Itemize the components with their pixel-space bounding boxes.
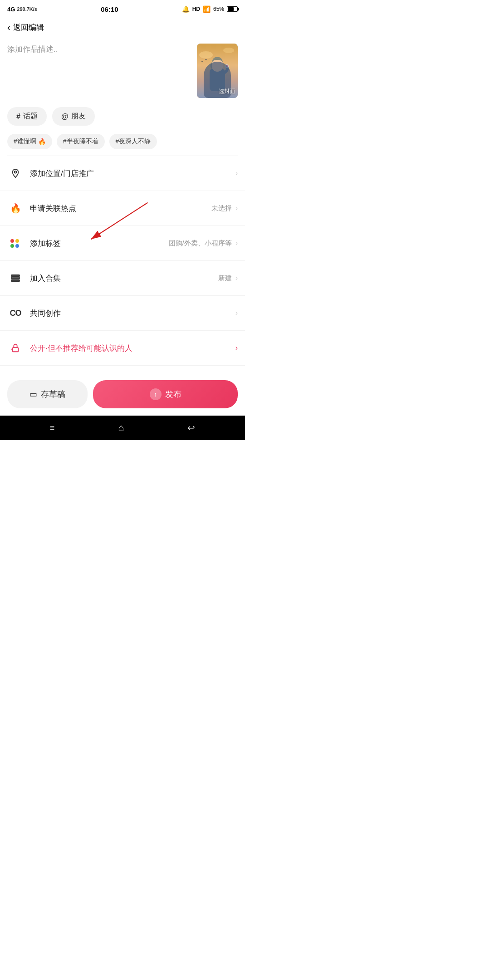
nav-bar: ‹ 返回编辑 xyxy=(0,16,245,38)
hotspot-arrow-icon: › xyxy=(235,204,238,212)
hotspot-icon: 🔥 xyxy=(7,200,24,216)
phone-menu-icon[interactable]: ≡ xyxy=(50,423,55,433)
hashtag-chip-1[interactable]: #谁懂啊 🔥 xyxy=(7,134,52,149)
hd-label: HD xyxy=(192,6,200,12)
hashtag-chip-2-text: #半夜睡不着 xyxy=(63,137,98,146)
collection-menu-item[interactable]: 加入合集 新建 › xyxy=(0,261,245,296)
privacy-menu-item[interactable]: 公开·但不推荐给可能认识的人 › xyxy=(0,331,245,366)
fire-icon-1: 🔥 xyxy=(38,138,46,145)
collection-arrow-icon: › xyxy=(235,274,238,282)
publish-arrow-icon: ↑ xyxy=(150,388,162,400)
hashtag-chip-2[interactable]: #半夜睡不着 xyxy=(57,134,105,149)
hashtag-chip-3-text: #夜深人不静 xyxy=(116,137,151,146)
svg-point-4 xyxy=(211,59,223,72)
publish-label: 发布 xyxy=(165,389,181,400)
hashtag-chip-3[interactable]: #夜深人不静 xyxy=(109,134,157,149)
svg-point-2 xyxy=(223,48,234,53)
hotspot-right: 未选择 › xyxy=(211,204,238,213)
description-area: 添加作品描述.. xyxy=(0,38,245,103)
hotspot-status: 未选择 xyxy=(211,204,232,213)
hashtag-icon: # xyxy=(16,113,20,121)
collection-icon xyxy=(7,270,24,286)
privacy-lock-icon xyxy=(7,340,24,356)
tags-arrow-icon: › xyxy=(235,239,238,247)
hotspot-menu-item[interactable]: 🔥 申请关联热点 未选择 › xyxy=(0,191,245,226)
status-time: 06:10 xyxy=(101,5,118,13)
battery-percent: 65% xyxy=(213,6,224,12)
back-label: 返回编辑 xyxy=(13,22,44,33)
hotspot-label: 申请关联热点 xyxy=(30,203,211,214)
collection-status: 新建 xyxy=(218,274,232,283)
status-signal: 4G 290.7K/s xyxy=(7,6,37,13)
draft-icon: ▭ xyxy=(29,389,37,399)
svg-rect-6 xyxy=(226,65,228,67)
privacy-arrow-icon: › xyxy=(235,344,238,352)
tags-right: 团购/外卖、小程序等 › xyxy=(169,239,238,248)
svg-point-7 xyxy=(15,171,17,173)
menu-list: 添加位置/门店推广 › 🔥 申请关联热点 未选择 › xyxy=(0,156,245,366)
tags-dots-icon xyxy=(7,235,24,251)
wifi-icon: 📶 xyxy=(203,5,211,13)
location-arrow-icon: › xyxy=(235,169,238,177)
location-icon xyxy=(7,165,24,181)
bottom-bar: ▭ 存草稿 ↑ 发布 xyxy=(0,373,245,416)
phone-back-icon[interactable]: ↩ xyxy=(187,422,195,433)
svg-rect-11 xyxy=(13,348,19,352)
description-input[interactable]: 添加作品描述.. xyxy=(7,44,191,55)
draft-button[interactable]: ▭ 存草稿 xyxy=(7,380,88,408)
hashtag-chip-1-text: #谁懂啊 xyxy=(14,137,36,146)
mention-label: 朋友 xyxy=(71,112,86,121)
bell-icon: 🔔 xyxy=(182,5,190,13)
co-icon: CO xyxy=(7,305,24,321)
location-menu-item[interactable]: 添加位置/门店推广 › xyxy=(0,156,245,191)
privacy-label: 公开·但不推荐给可能认识的人 xyxy=(30,343,234,353)
hashtag-label: 话题 xyxy=(23,112,38,121)
tags-menu-item[interactable]: 添加标签 团购/外卖、小程序等 › xyxy=(0,226,245,261)
mention-icon: @ xyxy=(61,113,69,121)
hashtag-suggestions: #谁懂啊 🔥 #半夜睡不着 #夜深人不静 xyxy=(0,129,245,156)
collab-arrow-icon: › xyxy=(235,309,238,317)
location-label: 添加位置/门店推广 xyxy=(30,168,234,179)
tag-buttons-row: # 话题 @ 朋友 xyxy=(0,103,245,129)
tags-hint: 团购/外卖、小程序等 xyxy=(169,239,232,248)
battery-icon xyxy=(227,6,238,12)
collab-menu-item[interactable]: CO 共同创作 › xyxy=(0,296,245,331)
collab-label: 共同创作 xyxy=(30,308,234,318)
back-button[interactable]: ‹ 返回编辑 xyxy=(7,22,44,33)
privacy-right: › xyxy=(234,344,238,352)
hashtag-button[interactable]: # 话题 xyxy=(7,107,47,126)
tags-label: 添加标签 xyxy=(30,238,169,249)
status-right: 🔔 HD 📶 65% xyxy=(182,5,238,13)
phone-home-icon[interactable]: ⌂ xyxy=(118,422,124,434)
publish-button[interactable]: ↑ 发布 xyxy=(93,380,238,408)
collection-label: 加入合集 xyxy=(30,273,218,284)
mention-button[interactable]: @ 朋友 xyxy=(52,107,95,126)
thumbnail-label[interactable]: 选封面 xyxy=(219,88,235,95)
collab-right: › xyxy=(234,309,238,317)
draft-label: 存草稿 xyxy=(41,389,65,400)
location-right: › xyxy=(234,169,238,177)
svg-point-1 xyxy=(199,51,213,59)
collection-right: 新建 › xyxy=(218,274,238,283)
status-bar: 4G 290.7K/s 06:10 🔔 HD 📶 65% xyxy=(0,0,245,16)
thumbnail-container[interactable]: 选封面 xyxy=(197,44,238,98)
back-arrow-icon: ‹ xyxy=(7,22,10,33)
phone-nav-bar: ≡ ⌂ ↩ xyxy=(0,416,245,440)
